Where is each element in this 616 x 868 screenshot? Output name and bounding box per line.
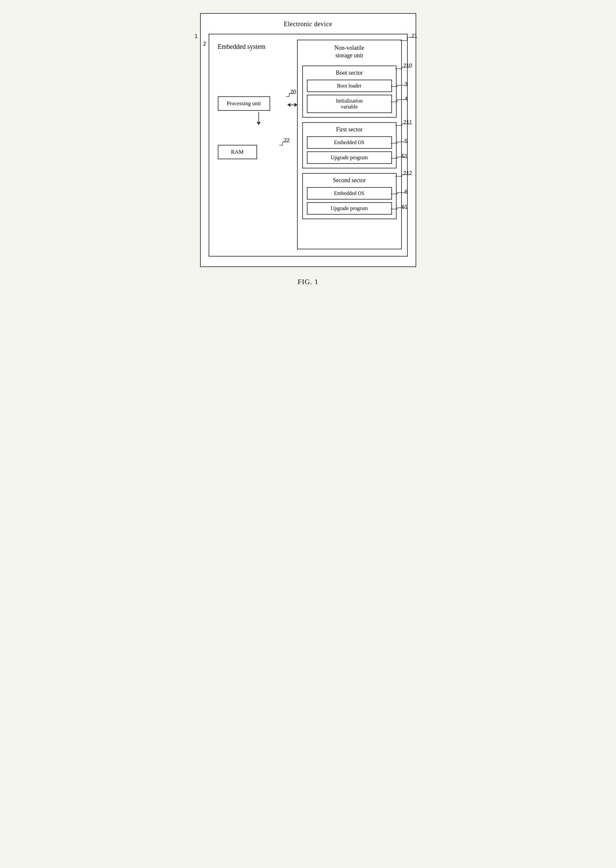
ref-61-bracket: [391, 207, 407, 211]
ref-1-label: 1: [195, 33, 198, 39]
fig-label: FIG. 1: [298, 277, 318, 286]
double-arrow-svg: [287, 102, 298, 107]
second-sector-upgrade-label: Upgrade program: [331, 205, 368, 211]
second-sector-embedded-os-box: 6 Embedded OS: [307, 187, 392, 200]
second-sector-embedded-os-label: Embedded OS: [334, 191, 365, 196]
init-variable-box: 4 Initializationvariable: [307, 95, 392, 113]
first-sector-embedded-os-label: Embedded OS: [334, 140, 365, 145]
ref-20-bracket: [286, 92, 296, 98]
boot-loader-label: Boot loader: [337, 83, 361, 88]
electronic-device-box: 1 Electronic device 2 Embedded system 20: [200, 13, 416, 267]
first-sector-label: First sector: [307, 126, 392, 133]
first-sector-embedded-os-box: 5 Embedded OS: [307, 136, 392, 149]
processing-unit-wrapper: 20 Processing unit: [218, 96, 286, 125]
processing-unit-box: Processing unit: [218, 96, 270, 111]
page: 1 Electronic device 2 Embedded system 20: [193, 13, 423, 286]
arrow-line-down-1: [258, 112, 259, 122]
svg-marker-0: [287, 103, 291, 107]
ref-22-bracket: [279, 140, 289, 147]
boot-sector-label: Boot sector: [307, 69, 392, 76]
non-volatile-panel: 21 Non-volatilestorage unit 210 Boot sec…: [297, 39, 402, 249]
ref-3-bracket: [391, 84, 407, 89]
inner-system-box: 2 Embedded system 20 Processing unit: [209, 34, 408, 257]
left-panel: Embedded system 20 Processing unit: [215, 39, 286, 249]
boot-loader-box: 3 Boot loader: [307, 80, 392, 92]
processing-unit-label: Processing unit: [226, 100, 261, 107]
first-sector-upgrade-label: Upgrade program: [331, 154, 368, 160]
ref-51-bracket: [391, 156, 407, 161]
init-variable-label: Initializationvariable: [336, 98, 363, 109]
non-volatile-text: Non-volatilestorage unit: [335, 44, 364, 59]
vertical-arrow: [231, 112, 286, 125]
ram-wrapper: 22 RAM: [218, 145, 286, 159]
ref-210-bracket: [395, 66, 412, 72]
ref-211-bracket: [395, 122, 412, 129]
second-sector-upgrade-box: 61 Upgrade program: [307, 202, 392, 214]
ref-4-bracket: [391, 99, 407, 105]
second-sector-box: 212 Second sector 6 Embedded OS: [302, 173, 397, 219]
ref-212-bracket: [395, 173, 412, 180]
ram-box: RAM: [218, 145, 257, 159]
ref-21-bracket: [401, 36, 417, 42]
second-sector-label: Second sector: [307, 177, 392, 184]
first-sector-upgrade-box: 51 Upgrade program: [307, 151, 392, 164]
ref-5-bracket: [391, 141, 407, 145]
ref-6-bracket: [391, 192, 407, 196]
boot-sector-box: 210 Boot sector 3 Boot loader: [302, 66, 397, 118]
ref-2-label: 2: [203, 41, 206, 47]
electronic-device-title: Electronic device: [209, 20, 408, 28]
first-sector-box: 211 First sector 5 Embedded OS: [302, 122, 397, 169]
ram-label: RAM: [231, 149, 244, 155]
embedded-system-label: Embedded system: [218, 43, 286, 50]
arrow-head-down: [257, 122, 261, 125]
non-volatile-label: Non-volatilestorage unit: [302, 44, 397, 60]
